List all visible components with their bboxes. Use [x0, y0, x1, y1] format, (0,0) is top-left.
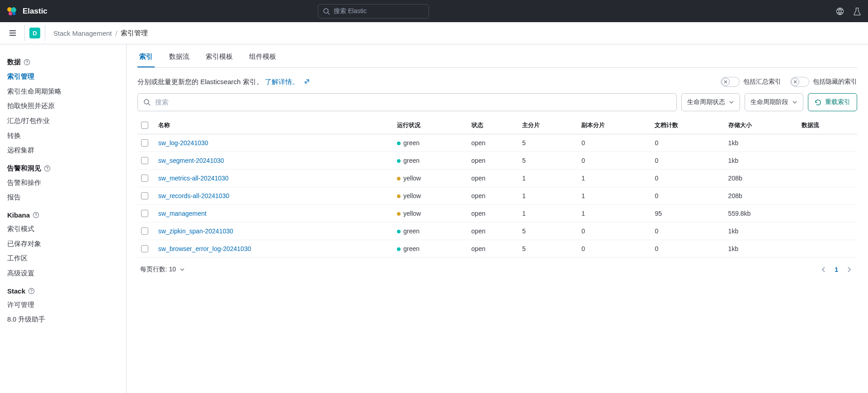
column-header[interactable]: 数据流: [798, 117, 857, 134]
space-selector[interactable]: D: [29, 28, 40, 38]
toggle-switch[interactable]: [790, 77, 809, 87]
nav-toggle-button[interactable]: [5, 26, 20, 40]
health-dot-icon: [397, 230, 401, 233]
column-header[interactable]: 主分片: [519, 117, 578, 134]
column-header[interactable]: 运行状况: [393, 117, 467, 134]
sidebar-item[interactable]: 8.0 升级助手: [7, 312, 126, 327]
cell-status: open: [468, 134, 519, 152]
reload-indices-button[interactable]: 重载索引: [808, 93, 857, 111]
sidebar-section-title: Kibana: [7, 211, 126, 219]
index-name-link[interactable]: sw_management: [158, 210, 207, 217]
help-icon: [33, 212, 39, 218]
sidebar-item[interactable]: 已保存对象: [7, 237, 126, 251]
cell-pri: 5: [519, 152, 578, 170]
sidebar-item[interactable]: 工作区: [7, 251, 126, 266]
row-checkbox[interactable]: [141, 227, 148, 235]
index-name-link[interactable]: sw_log-20241030: [158, 139, 208, 147]
learn-more-link[interactable]: 了解详情。: [265, 78, 299, 85]
column-header[interactable]: 存储大小: [725, 117, 798, 134]
sidebar-section-title: 数据: [7, 58, 126, 66]
row-checkbox[interactable]: [141, 192, 148, 199]
health-dot-icon: [397, 247, 401, 251]
refresh-icon: [815, 99, 821, 106]
sidebar-item[interactable]: 报告: [7, 190, 126, 205]
toggle-include-hidden[interactable]: 包括隐藏的索引: [790, 77, 857, 87]
cell-rep: 0: [578, 223, 651, 240]
index-name-link[interactable]: sw_browser_error_log-20241030: [158, 245, 251, 252]
svg-point-11: [27, 63, 27, 64]
sidebar-item[interactable]: 拍取快照并还原: [7, 99, 126, 114]
tab[interactable]: 索引: [137, 47, 155, 67]
column-header[interactable]: 副本分片: [578, 117, 651, 134]
prev-page-button[interactable]: [818, 264, 829, 275]
chevron-down-icon: [179, 267, 185, 272]
toggle-label: 包括汇总索引: [743, 78, 781, 86]
table-row: sw_log-20241030greenopen5001kb: [137, 134, 857, 152]
sidebar-item[interactable]: 远程集群: [7, 143, 126, 158]
health-text: yellow: [403, 192, 421, 199]
sidebar-item[interactable]: 转换: [7, 128, 126, 143]
column-header[interactable]: 名称: [155, 117, 393, 134]
toggle-include-rollup[interactable]: 包括汇总索引: [721, 77, 781, 87]
breadcrumb-parent[interactable]: Stack Management: [53, 29, 112, 37]
row-checkbox[interactable]: [141, 175, 148, 182]
sidebar-item[interactable]: 索引管理: [7, 69, 126, 84]
index-name-link[interactable]: sw_metrics-all-20241030: [158, 175, 229, 182]
sidebar-item[interactable]: 汇总/打包作业: [7, 114, 126, 128]
index-name-link[interactable]: sw_zipkin_span-20241030: [158, 227, 233, 235]
svg-point-12: [44, 166, 50, 171]
row-checkbox[interactable]: [141, 157, 148, 164]
row-checkbox[interactable]: [141, 245, 148, 252]
tab[interactable]: 索引模板: [204, 47, 235, 67]
svg-point-15: [36, 216, 36, 217]
sidebar-item[interactable]: 许可管理: [7, 298, 126, 313]
row-checkbox[interactable]: [141, 139, 148, 147]
cell-rep: 0: [578, 152, 651, 170]
next-page-button[interactable]: [844, 264, 854, 275]
lifecycle-state-filter[interactable]: 生命周期状态: [681, 93, 740, 111]
column-header[interactable]: 状态: [468, 117, 519, 134]
tab[interactable]: 组件模板: [247, 47, 278, 67]
cell-ds: [798, 187, 857, 205]
lifecycle-phase-filter[interactable]: 生命周期阶段: [745, 93, 803, 111]
labs-icon[interactable]: [853, 7, 862, 16]
cell-rep: 1: [578, 187, 651, 205]
select-all-checkbox[interactable]: [141, 122, 148, 129]
filter-label: 生命周期状态: [687, 98, 725, 106]
sidebar-item[interactable]: 索引生命周期策略: [7, 84, 126, 99]
health-dot-icon: [397, 177, 401, 180]
health-text: green: [403, 245, 420, 252]
index-name-link[interactable]: sw_records-all-20241030: [158, 192, 229, 199]
health-dot-icon: [397, 159, 401, 163]
cross-icon: [791, 78, 799, 86]
search-input[interactable]: [155, 99, 671, 106]
cell-rep: 0: [578, 134, 651, 152]
table-search[interactable]: [137, 93, 677, 111]
rows-per-page[interactable]: 每页行数: 10: [140, 265, 185, 274]
index-name-link[interactable]: sw_segment-20241030: [158, 157, 224, 164]
cell-size: 1kb: [725, 223, 798, 240]
health-text: green: [403, 157, 420, 164]
svg-line-5: [328, 13, 330, 14]
logo-wrap[interactable]: Elastic: [6, 6, 47, 17]
tab[interactable]: 数据流: [167, 47, 191, 67]
divider: [24, 25, 25, 41]
hamburger-icon: [9, 29, 17, 37]
cross-icon: [722, 78, 730, 86]
column-header[interactable]: 文档计数: [651, 117, 724, 134]
cell-status: open: [468, 240, 519, 258]
row-checkbox[interactable]: [141, 210, 148, 217]
global-header: Elastic 搜索 Elastic: [0, 0, 868, 22]
breadcrumb-sep: /: [115, 29, 117, 37]
sidebar-item[interactable]: 告警和操作: [7, 175, 126, 190]
external-link-icon: [304, 78, 310, 85]
global-search[interactable]: 搜索 Elastic: [318, 4, 429, 19]
newsfeed-icon[interactable]: [835, 7, 844, 16]
sidebar-item[interactable]: 索引模式: [7, 222, 126, 237]
toggle-switch[interactable]: [721, 77, 740, 87]
cell-pri: 5: [519, 223, 578, 240]
elastic-logo-icon: [6, 6, 17, 17]
sidebar-item[interactable]: 高级设置: [7, 266, 126, 281]
cell-status: open: [468, 223, 519, 240]
current-page[interactable]: 1: [835, 266, 838, 273]
